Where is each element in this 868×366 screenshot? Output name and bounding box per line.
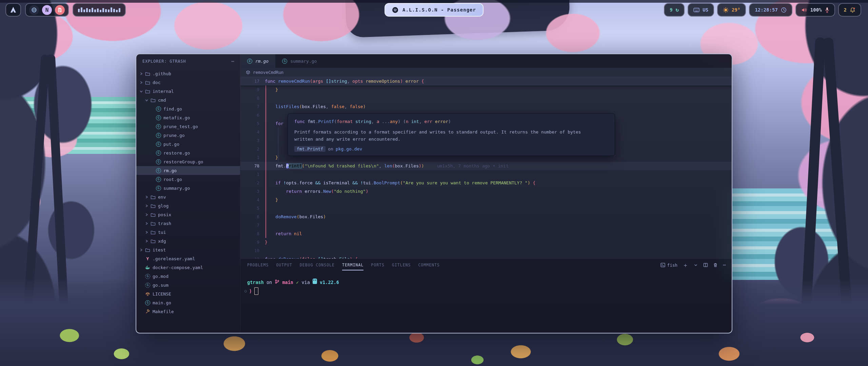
tree-item-Makefile[interactable]: Makefile [136,307,240,316]
spotify-nowplaying[interactable]: A.L.I.S.O.N - Passenger [384,3,484,17]
audio-widget[interactable]: 100% [795,3,835,17]
tree-item-label: main.go [153,300,171,305]
panel-tab-debug-console[interactable]: DEBUG CONSOLE [300,260,335,270]
tree-item-.github[interactable]: .github [136,69,240,78]
code-line[interactable]: 7 listFiles(box.Files, false, false) [240,102,732,111]
code-token: Files [406,163,419,168]
tree-item-restore.go[interactable]: Grestore.go [136,148,240,157]
tooltip-pkg-link[interactable]: pkg.go.dev [336,146,362,151]
notifications-widget[interactable]: 2 [838,3,861,17]
workspace-browser[interactable] [29,5,39,15]
tree-item-find.go[interactable]: Gfind.go [136,104,240,113]
code-token: . [336,257,339,259]
panel-tab-problems[interactable]: PROBLEMS [247,260,269,270]
code-line[interactable]: 11func doRemove(files []trash.File) { [240,255,732,259]
tree-item-put.go[interactable]: Gput.go [136,140,240,148]
keyboard-layout: US [703,7,708,13]
code-line[interactable]: 2 if !opts.force && isTerminal && !tui.B… [240,179,732,187]
tree-item-label: summary.go [163,186,190,191]
tab-summary.go[interactable]: Gsummary.go [275,54,323,68]
updates-widget[interactable]: 9 ↻ [664,3,685,17]
code-line[interactable]: 7 [240,221,732,229]
panel-tab-comments[interactable]: COMMENTS [418,260,439,270]
makefile-hammer-icon [145,309,150,314]
tree-item-itest[interactable]: itest [136,245,240,254]
code-token: err [425,119,435,124]
line-number: 3 [240,187,265,196]
line-number: 2 [240,179,265,187]
panel-tab-output[interactable]: OUTPUT [276,260,292,270]
terminal-input-line[interactable]: ○ ) [244,287,732,296]
clock-widget[interactable]: 12:28:57 [749,3,792,17]
tree-item-docker-compose.yaml[interactable]: docker-compose.yaml [136,263,240,272]
split-panel-icon[interactable] [703,263,708,267]
tree-item-LICENSE[interactable]: LICENSE [136,289,240,298]
tree-item-doc[interactable]: doc [136,78,240,87]
panel-tab-ports[interactable]: PORTS [371,260,384,270]
workspace-files[interactable] [55,5,65,15]
code-token: force [299,180,313,185]
panel-tab-gitlens[interactable]: GITLENS [392,260,411,270]
tab-rm.go[interactable]: Grm.go [240,54,275,68]
tree-item-env[interactable]: env [136,192,240,201]
tree-item-go.sum[interactable]: Ggo.sum [136,281,240,289]
tree-item-summary.go[interactable]: Gsummary.go [136,184,240,192]
code-line[interactable]: 78 fmt.Printf("\nFound %d trashed files\… [240,162,732,170]
line-number: 4 [240,128,265,136]
code-line[interactable]: 3 return errors.New("do nothing") [240,187,732,196]
tree-item-.goreleaser.yaml[interactable]: Y.goreleaser.yaml [136,254,240,263]
tree-item-tui[interactable]: tui [136,228,240,237]
workspace-notes[interactable]: N [42,5,52,15]
prompt-branch: main [282,280,293,285]
new-terminal-button[interactable]: ＋ [683,262,688,268]
weather-widget[interactable]: 29° [717,3,746,17]
panel-tab-terminal[interactable]: TERMINAL [342,260,363,270]
code-line[interactable]: 9 } [240,85,732,94]
panel-more-button[interactable]: ⋯ [723,262,726,268]
code-token: "Are you sure you want to remove PERMANE… [403,180,528,185]
terminal-shell-badge[interactable]: fish [660,263,677,268]
explorer-header: EXPLORER: GTRASH ⋯ [136,54,240,68]
tree-item-prune_test.go[interactable]: Gprune_test.go [136,122,240,131]
code-line[interactable]: 5 [240,204,732,212]
tree-item-restoreGroup.go[interactable]: GrestoreGroup.go [136,157,240,166]
launcher-button[interactable] [5,3,21,17]
code-token: ... [382,119,390,124]
code-line[interactable]: 4 } [240,196,732,204]
code-token: "\nFound %d trashed files\n" [304,163,379,168]
tree-item-prune.go[interactable]: Gprune.go [136,131,240,140]
code-line[interactable]: 9} [240,238,732,246]
keyboard-layout-widget[interactable]: US [688,3,714,17]
visualizer-bar [86,8,88,12]
code-line[interactable]: 8 return nil [240,229,732,238]
code-line[interactable]: 8 [240,94,732,102]
tree-item-trash[interactable]: trash [136,219,240,228]
code-area[interactable]: 9 }87 listFiles(box.Files, false, false)… [240,77,732,259]
code-line[interactable]: 10 [240,246,732,255]
terminal[interactable]: gtrash on main ✓ via v1.22.6 [240,271,732,333]
tree-item-internal[interactable]: internal [136,87,240,96]
tree-item-cmd[interactable]: cmd [136,96,240,104]
breadcrumb[interactable]: removeCmdRun [240,68,732,77]
chevron-down-icon[interactable] [693,263,698,267]
tree-item-label: prune_test.go [163,124,198,129]
sticky-scroll-line[interactable]: 17func removeCmdRun(args []string, opts … [240,77,732,85]
tree-item-glog[interactable]: glog [136,201,240,210]
code-token: } [265,155,278,160]
code-token: string [355,119,371,124]
tree-item-rm.go[interactable]: Grm.go [136,166,240,175]
code-line[interactable]: 6 doRemove(box.Files) [240,212,732,221]
tree-item-metafix.go[interactable]: Gmetafix.go [136,113,240,122]
code-line[interactable]: 1 [240,170,732,179]
tree-item-go.mod[interactable]: Ggo.mod [136,272,240,281]
tree-item-xdg[interactable]: xdg [136,237,240,245]
trash-icon[interactable] [713,263,718,267]
code-line-content: } [265,196,732,204]
tree-item-root.go[interactable]: Groot.go [136,175,240,184]
code-token: ( [392,163,395,168]
tree-item-main.go[interactable]: Gmain.go [136,298,240,307]
tree-item-posix[interactable]: posix [136,210,240,219]
explorer-more-button[interactable]: ⋯ [231,58,235,64]
panel-bar: PROBLEMSOUTPUTDEBUG CONSOLETERMINALPORTS… [240,259,732,271]
prompt-via: via [301,280,310,285]
